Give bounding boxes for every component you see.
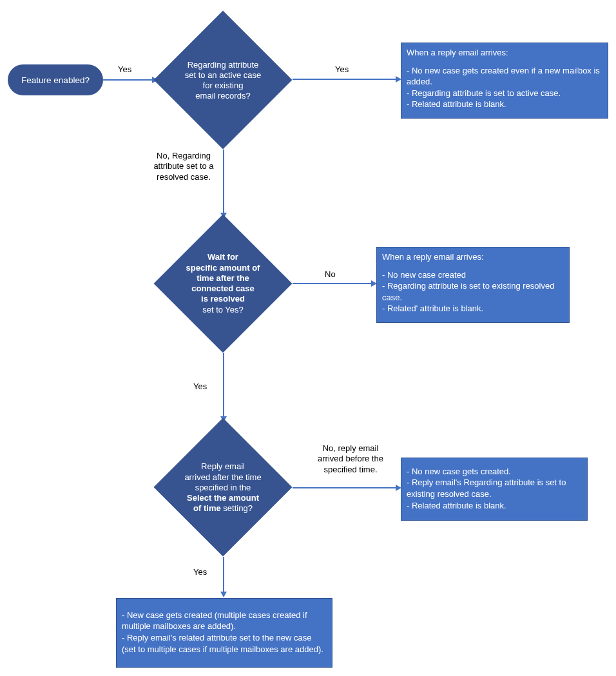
d2-line: time after the xyxy=(186,273,260,284)
process-title: When a reply email arrives: xyxy=(382,251,563,263)
d3-line-bold: Select the amount xyxy=(187,493,259,503)
connector xyxy=(103,79,152,81)
process-bullet: - Related attribute is blank. xyxy=(407,500,581,512)
process-bullet: - New case gets created (multiple cases … xyxy=(122,610,325,632)
process-bullet: - Reply email's Regarding attribute is s… xyxy=(407,477,581,499)
process-bullet: - No new case gets created. xyxy=(407,466,581,478)
edge-label-yes: Yes xyxy=(193,381,207,392)
connector xyxy=(223,557,224,593)
start-terminator-text: Feature enabled? xyxy=(21,75,90,85)
arrow-down-icon xyxy=(220,592,227,597)
process-bullet: - Related' attribute is blank. xyxy=(382,303,563,314)
edge-label-text: No, reply email arrived before the speci… xyxy=(318,443,383,474)
process-bullet: - Reply email's related attribute set to… xyxy=(122,632,325,655)
d3-line-bold: of time xyxy=(193,503,221,513)
decision-reply-after-time-label: Reply email arrived after the time speci… xyxy=(160,425,286,551)
d2-line: is resolved xyxy=(186,294,260,304)
process-bullet: - Regarding attribute is set to existing… xyxy=(382,280,563,303)
outcome-wait-no: When a reply email arrives: - No new cas… xyxy=(376,247,570,323)
d1-line: for existing xyxy=(185,81,262,91)
d1-line: email records? xyxy=(185,91,262,101)
edge-label-yes: Yes xyxy=(118,64,131,75)
decision-regarding-active-label: Regarding attribute set to an active cas… xyxy=(160,17,286,144)
edge-label-text: No, Regarding attribute set to a resolve… xyxy=(153,151,213,182)
process-bullet: - No new case gets created even if a new… xyxy=(407,65,601,88)
process-bullet: - Regarding attribute is set to active c… xyxy=(407,88,601,99)
d3-line: specified in the xyxy=(184,483,261,493)
edge-label-d3-no: No, reply email arrived before the speci… xyxy=(314,443,387,475)
d1-line: Regarding attribute xyxy=(185,60,262,70)
edge-label-d1-no: No, Regarding attribute set to a resolve… xyxy=(148,151,219,182)
connector xyxy=(293,79,396,80)
d2-line: connected case xyxy=(186,284,260,294)
edge-label-yes: Yes xyxy=(335,64,349,75)
d2-line: Wait for xyxy=(186,252,260,262)
d3-line-tail: setting? xyxy=(221,503,253,513)
d3-line: Select the amount xyxy=(184,493,261,503)
d3-line: Reply email xyxy=(184,461,261,472)
d3-line: of time setting? xyxy=(184,503,261,514)
process-bullet: - No new case created xyxy=(382,269,563,281)
d1-line: set to an active case xyxy=(185,70,262,81)
connector xyxy=(293,487,396,488)
outcome-active-case: When a reply email arrives: - No new cas… xyxy=(401,43,608,119)
d2-line: set to Yes? xyxy=(186,305,260,315)
process-bullet: - Related attribute is blank. xyxy=(407,99,601,110)
connector xyxy=(223,150,224,214)
flowchart-canvas: Feature enabled? Yes Regarding attribute… xyxy=(0,0,616,676)
decision-wait-specific-time-label: Wait for specific amount of time after t… xyxy=(156,220,290,347)
d2-line: specific amount of xyxy=(186,263,260,273)
edge-label-no: No xyxy=(325,269,336,280)
outcome-reply-after-time: - New case gets created (multiple cases … xyxy=(116,598,332,668)
outcome-reply-before-time: - No new case gets created. - Reply emai… xyxy=(401,458,588,521)
connector xyxy=(223,353,224,418)
start-terminator: Feature enabled? xyxy=(8,64,103,95)
edge-label-yes: Yes xyxy=(193,567,207,577)
process-title: When a reply email arrives: xyxy=(407,47,601,59)
connector xyxy=(293,283,371,284)
d3-line: arrived after the time xyxy=(184,472,261,483)
